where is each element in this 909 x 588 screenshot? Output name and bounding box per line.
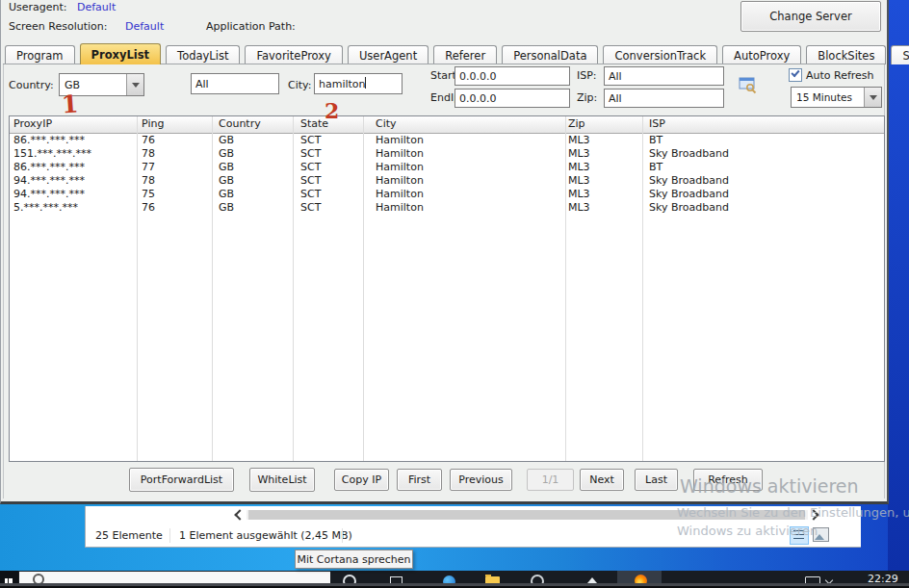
startip-input[interactable]: 0.0.0.0 <box>454 66 570 86</box>
useragent-value-link[interactable]: Default <box>77 1 116 13</box>
cell-ping: 76 <box>142 134 155 147</box>
tab-proxylist[interactable]: ProxyList <box>80 43 162 64</box>
taskbar: 22:29 <box>0 571 909 588</box>
cell-ping: 76 <box>142 201 155 215</box>
tab-useragent[interactable]: UserAgent <box>348 45 429 64</box>
column-header-isp[interactable]: ISP <box>649 116 665 132</box>
taskbar-search-input[interactable] <box>19 572 330 583</box>
cell-isp: BT <box>649 161 662 174</box>
proxy-app-window: Useragent: Default Screen Resolution: De… <box>0 0 889 504</box>
application-path-label: Application Path: <box>206 20 296 33</box>
column-header-ping[interactable]: Ping <box>142 116 164 132</box>
find-proxy-icon[interactable] <box>737 76 760 95</box>
table-row[interactable]: 151.***.***.*** 78 GB SCT Hamilton ML3 S… <box>10 147 884 161</box>
scroll-left-icon[interactable] <box>236 509 244 522</box>
table-row[interactable]: 94.***.***.*** 75 GB SCT Hamilton ML3 Sk… <box>10 188 884 201</box>
tab-program[interactable]: Program <box>5 45 75 64</box>
details-view-icon[interactable] <box>790 526 809 545</box>
chevron-down-icon[interactable] <box>126 74 143 95</box>
cell-city: Hamilton <box>376 147 424 161</box>
cell-proxyip: 151.***.***.*** <box>13 147 91 161</box>
refresh-button[interactable]: Refresh <box>693 469 763 491</box>
tab-referer[interactable]: Referer <box>433 45 497 64</box>
cortana-tooltip: Mit Cortana sprechen <box>295 550 413 569</box>
region-filter-input[interactable]: All <box>191 73 279 94</box>
table-row[interactable]: 5.***.***.*** 76 GB SCT Hamilton ML3 Sky… <box>10 201 884 215</box>
table-row[interactable]: 86.***.***.*** 77 GB SCT Hamilton ML3 BT <box>10 161 884 174</box>
tab-settings[interactable]: Settings <box>891 45 909 64</box>
cell-state: SCT <box>300 201 321 215</box>
cell-city: Hamilton <box>376 161 424 174</box>
scrollbar-thumb[interactable] <box>248 510 805 520</box>
zip-input[interactable]: All <box>604 89 724 108</box>
cell-ping: 75 <box>142 188 155 201</box>
table-row[interactable]: 86.***.***.*** 76 GB SCT Hamilton ML3 BT <box>10 134 884 147</box>
proxy-table-header: ProxyIP Ping Country State City Zip ISP <box>10 116 884 134</box>
tab-todaylist[interactable]: TodayList <box>166 45 240 64</box>
cell-country: GB <box>219 147 234 161</box>
cell-state: SCT <box>300 174 321 188</box>
change-server-button[interactable]: Change Server <box>740 1 881 32</box>
horizontal-scrollbar[interactable] <box>247 510 808 520</box>
cell-isp: Sky Broadband <box>649 147 729 161</box>
desktop-wallpaper-right <box>888 0 909 571</box>
cell-isp: Sky Broadband <box>649 188 729 201</box>
city-input[interactable]: hamilton <box>314 73 403 94</box>
first-page-button[interactable]: First <box>397 469 442 491</box>
isp-input[interactable]: All <box>604 66 724 86</box>
cell-country: GB <box>219 201 234 215</box>
screenshot-root: Useragent: Default Screen Resolution: De… <box>0 0 909 588</box>
chevron-down-icon[interactable] <box>864 88 881 107</box>
annotation-mark-1: 1 <box>61 89 79 118</box>
cell-state: SCT <box>300 147 321 161</box>
cell-zip: ML3 <box>568 134 590 147</box>
cell-proxyip: 94.***.***.*** <box>13 174 85 188</box>
auto-refresh-checkbox[interactable] <box>789 68 802 82</box>
cell-zip: ML3 <box>568 161 590 174</box>
panel-border-left <box>3 64 4 499</box>
table-row[interactable]: 94.***.***.*** 78 GB SCT Hamilton ML3 Sk… <box>10 174 884 188</box>
thumbnail-view-icon[interactable] <box>813 527 829 542</box>
column-header-country[interactable]: Country <box>219 116 261 132</box>
column-header-proxyip[interactable]: ProxyIP <box>13 116 52 132</box>
cell-state: SCT <box>300 134 321 147</box>
screen-resolution-label: Screen Resolution: <box>9 20 108 33</box>
statusbar-divider <box>342 528 343 543</box>
refresh-interval-select[interactable]: 15 Minutes <box>791 87 882 108</box>
tab-conversiontrack[interactable]: ConversionTrack <box>603 45 717 64</box>
auto-refresh-label: Auto Refresh <box>806 69 874 82</box>
start-button[interactable] <box>0 571 18 583</box>
cell-city: Hamilton <box>376 188 424 201</box>
cell-country: GB <box>219 161 234 174</box>
scroll-right-icon[interactable] <box>810 509 818 522</box>
country-select-value: GB <box>60 79 126 91</box>
cell-country: GB <box>219 188 234 201</box>
column-header-zip[interactable]: Zip <box>568 116 585 132</box>
column-header-city[interactable]: City <box>376 116 397 132</box>
tab-blocksites[interactable]: BlockSites <box>806 45 886 64</box>
check-icon <box>791 68 799 77</box>
port-forward-list-button[interactable]: PortForwardList <box>129 468 234 492</box>
city-label: City: <box>288 79 311 91</box>
cell-ping: 78 <box>142 174 155 188</box>
tab-favoriteproxy[interactable]: FavoriteProxy <box>245 45 342 64</box>
selection-status-text: 1 Element ausgewählt (2,45 MB) <box>179 529 352 542</box>
cell-ping: 78 <box>142 147 155 161</box>
cell-proxyip: 5.***.***.*** <box>13 201 78 215</box>
copy-ip-button[interactable]: Copy IP <box>334 469 389 491</box>
text-caret <box>365 77 366 89</box>
next-page-button[interactable]: Next <box>580 469 624 491</box>
tab-personaldata[interactable]: PersonalData <box>502 45 598 64</box>
useragent-label: Useragent: <box>9 1 67 13</box>
white-list-button[interactable]: WhiteList <box>249 468 315 492</box>
endip-input[interactable]: 0.0.0.0 <box>454 89 570 108</box>
cell-ping: 77 <box>142 161 155 174</box>
annotation-mark-2: 2 <box>325 98 339 123</box>
search-icon <box>33 574 44 583</box>
screen-resolution-value-link[interactable]: Default <box>125 20 164 33</box>
cell-proxyip: 86.***.***.*** <box>13 134 85 147</box>
previous-page-button[interactable]: Previous <box>450 469 512 491</box>
zip-label: Zip: <box>577 91 597 104</box>
tab-autoproxy[interactable]: AutoProxy <box>722 45 801 64</box>
last-page-button[interactable]: Last <box>635 469 678 491</box>
